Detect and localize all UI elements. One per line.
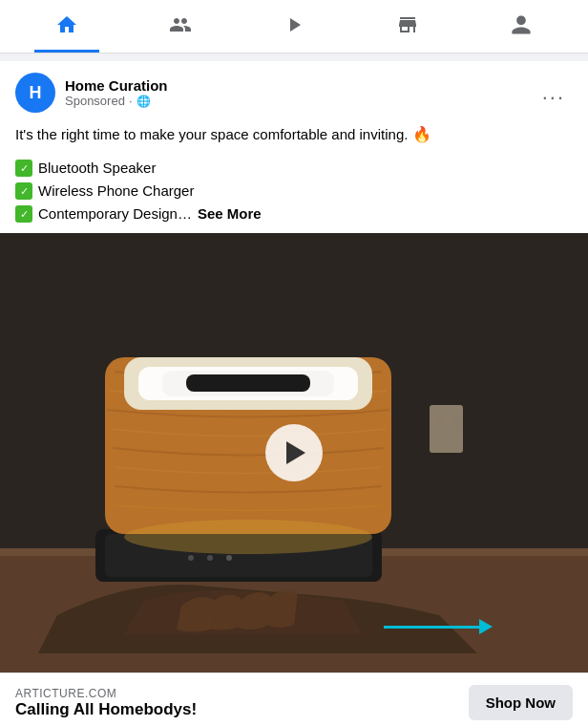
svg-point-17 [124, 520, 372, 554]
nav-home[interactable] [34, 0, 99, 53]
nav-friends[interactable] [148, 0, 213, 53]
svg-point-9 [188, 555, 194, 561]
nav-profile[interactable] [489, 0, 554, 53]
video-container[interactable] [0, 233, 588, 673]
nav-video[interactable] [262, 0, 326, 53]
sponsored-label: Sponsored [65, 94, 125, 108]
svg-point-11 [226, 555, 232, 561]
post-meta: Home Curation Sponsored · 🌐 [65, 77, 535, 108]
feature-label-3: Contemporary Design… [38, 203, 192, 225]
feature-list: ✓ Bluetooth Speaker ✓ Wireless Phone Cha… [0, 153, 588, 233]
ad-footer: ARTICTURE.COM Calling All Homebodys! Sho… [0, 673, 588, 726]
marketplace-icon [394, 11, 421, 38]
svg-rect-16 [186, 374, 310, 392]
post-body-text: It's the right time to make your space c… [0, 120, 588, 153]
arrow-indicator [384, 619, 493, 634]
more-options-button[interactable]: ... [535, 76, 573, 109]
profile-icon [508, 11, 535, 38]
play-button[interactable] [265, 424, 323, 481]
video-icon [281, 11, 307, 38]
home-icon [53, 11, 80, 38]
list-item: ✓ Bluetooth Speaker [15, 157, 573, 180]
check-icon-3: ✓ [15, 205, 32, 223]
post-header: H Home Curation Sponsored · 🌐 ... [0, 61, 588, 120]
feature-label-2: Wireless Phone Charger [38, 180, 194, 203]
see-more-button[interactable]: See More [198, 203, 262, 225]
shop-now-arrow [384, 619, 493, 634]
list-item: ✓ Contemporary Design… See More [15, 203, 573, 225]
dot-separator: · [129, 94, 133, 108]
avatar: H [15, 73, 55, 113]
check-icon-1: ✓ [15, 160, 32, 177]
top-navigation [0, 0, 588, 53]
fire-emoji: 🔥 [412, 126, 431, 142]
arrow-line [384, 626, 479, 629]
ad-domain: ARTICTURE.COM [15, 687, 469, 700]
feature-label-1: Bluetooth Speaker [38, 157, 156, 180]
nav-marketplace[interactable] [375, 0, 440, 53]
ad-text-block: ARTICTURE.COM Calling All Homebodys! [15, 687, 469, 719]
ad-headline: Calling All Homebodys! [15, 700, 469, 719]
friends-icon [167, 11, 194, 38]
page-name[interactable]: Home Curation [65, 77, 535, 94]
check-icon-2: ✓ [15, 182, 32, 200]
list-item: ✓ Wireless Phone Charger [15, 180, 573, 203]
sponsored-row: Sponsored · 🌐 [65, 94, 535, 108]
arrow-head [479, 619, 493, 634]
shop-now-button[interactable]: Shop Now [469, 685, 573, 720]
svg-point-10 [207, 555, 213, 561]
svg-rect-4 [451, 415, 458, 426]
svg-rect-3 [436, 415, 444, 426]
globe-icon: 🌐 [136, 95, 151, 108]
post-card: H Home Curation Sponsored · 🌐 ... It's t… [0, 61, 588, 726]
svg-rect-2 [430, 405, 463, 453]
